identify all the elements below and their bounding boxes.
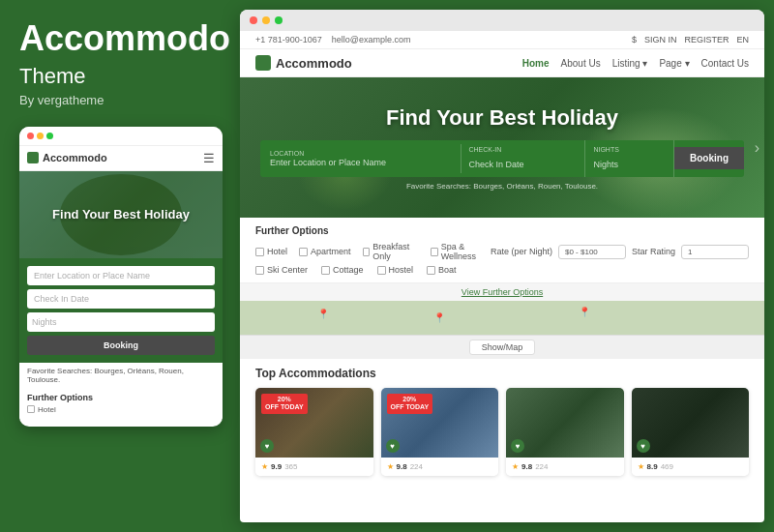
acc-card-1[interactable]: 20%OFF TODAY ♥ ★ 9.9 365 <box>255 388 373 476</box>
checkin-placeholder: Check In Date <box>469 160 524 169</box>
heart-button-1[interactable]: ♥ <box>260 439 274 453</box>
sign-in-link[interactable]: SIGN IN <box>644 35 677 44</box>
hostel-checkbox[interactable] <box>377 266 386 275</box>
star-icon-1: ★ <box>261 462 268 471</box>
star-label: Star Rating <box>632 247 675 256</box>
star-icon-2: ★ <box>387 462 394 471</box>
filter-hostel: Hostel <box>377 265 414 275</box>
topbar-contact: +1 781-900-1067 hello@example.com <box>255 35 411 44</box>
hero-next-arrow[interactable]: › <box>755 139 759 157</box>
accommodations-title: Top Accommodations <box>255 367 749 380</box>
filters-section: Further Options Hotel Apartment Breakfas… <box>240 218 764 283</box>
mobile-minimize-dot <box>37 133 44 139</box>
apartment-checkbox[interactable] <box>299 248 308 256</box>
location-placeholder: Enter Location or Place Name <box>270 158 386 167</box>
rating-value-4: 8.9 <box>647 462 658 471</box>
hero-location-field[interactable]: LOCATION Enter Location or Place Name <box>260 144 461 173</box>
show-map-button[interactable]: Show/Map <box>469 340 536 355</box>
filter-checkboxes-group: Hotel Apartment Breakfast Only Spa & Wel… <box>255 242 491 261</box>
mobile-checkin-input[interactable]: Check In Date <box>27 289 215 309</box>
mobile-favorites-label: Favorite Searches: <box>27 367 92 375</box>
rating-value-3: 9.8 <box>521 462 532 471</box>
mobile-hero: Find Your Best Holiday <box>19 171 223 258</box>
site-logo-text: Accommodo <box>276 56 352 71</box>
browser-minimize-dot[interactable] <box>262 16 270 24</box>
nav-contact[interactable]: Contact Us <box>701 58 749 69</box>
map-pin-2: 📍 <box>433 312 445 323</box>
mobile-nav-bar: Accommodo ☰ <box>19 146 223 171</box>
site-logo-icon <box>255 55 271 71</box>
discount-badge-1: 20%OFF TODAY <box>261 394 308 414</box>
hero-fav-label: Favorite Searches: <box>406 182 471 191</box>
mobile-hotel-checkbox[interactable] <box>27 405 35 413</box>
hero-booking-button[interactable]: Booking <box>674 147 744 169</box>
acc-card-4[interactable]: ♥ ★ 8.9 469 <box>632 388 750 476</box>
breakfast-checkbox[interactable] <box>363 248 371 256</box>
mobile-further-title: Further Options <box>27 393 215 402</box>
show-map-bar: Show/Map <box>240 335 764 359</box>
ski-checkbox[interactable] <box>255 266 264 275</box>
location-label: LOCATION <box>270 150 451 157</box>
nights-label: NIGHTS <box>593 146 666 153</box>
mobile-nights-input[interactable]: Nights <box>27 312 215 332</box>
hamburger-icon[interactable]: ☰ <box>203 151 215 165</box>
mobile-hotel-option: Hotel <box>27 405 215 414</box>
rate-select[interactable]: $0 - $100 <box>558 245 626 259</box>
app-author: By vergatheme <box>19 93 221 107</box>
acc-card-4-image: ♥ <box>632 388 750 458</box>
acc-card-1-rating: ★ 9.9 365 <box>261 462 368 471</box>
hero-search-bar: LOCATION Enter Location or Place Name CH… <box>260 140 744 177</box>
filter-boat: Boat <box>427 265 457 275</box>
star-select[interactable]: 1 <box>681 245 749 259</box>
hero-checkin-field[interactable]: CHECK-IN Check In Date <box>461 140 586 177</box>
mobile-close-dot <box>27 133 34 139</box>
mobile-mockup: Accommodo ☰ Find Your Best Holiday Enter… <box>19 127 223 427</box>
mobile-logo: Accommodo <box>27 152 107 163</box>
mobile-maximize-dot <box>46 133 53 139</box>
rating-count-4: 469 <box>661 462 673 471</box>
heart-button-4[interactable]: ♥ <box>637 439 650 453</box>
mobile-search-form: Enter Location or Place Name Check In Da… <box>19 258 223 363</box>
rating-count-1: 365 <box>284 462 297 471</box>
heart-button-2[interactable]: ♥ <box>386 439 400 453</box>
view-further-button[interactable]: View Further Options <box>461 287 543 297</box>
acc-card-4-body: ★ 8.9 469 <box>632 458 750 476</box>
acc-card-4-rating: ★ 8.9 469 <box>638 462 744 471</box>
heart-button-3[interactable]: ♥ <box>511 439 524 453</box>
boat-label: Boat <box>438 265 457 275</box>
filters-row-2: Ski Center Cottage Hostel Boat <box>255 265 749 275</box>
rate-label: Rate (per Night) <box>491 247 552 256</box>
hero-favorites: Favorite Searches: Bourges, Orléans, Rou… <box>406 182 598 191</box>
spa-checkbox[interactable] <box>431 248 438 256</box>
register-link[interactable]: REGISTER <box>684 35 729 44</box>
mobile-booking-button[interactable]: Booking <box>27 336 215 355</box>
acc-card-1-image: 20%OFF TODAY ♥ <box>255 388 373 458</box>
browser-close-dot[interactable] <box>250 16 257 24</box>
apartment-label: Apartment <box>311 247 351 256</box>
nav-page[interactable]: Page ▾ <box>659 58 689 69</box>
accommodations-grid: 20%OFF TODAY ♥ ★ 9.9 365 20%OFF TODAY ♥ <box>255 388 749 476</box>
nav-about[interactable]: About Us <box>561 58 601 69</box>
acc-card-3[interactable]: ♥ ★ 9.8 224 <box>506 388 624 476</box>
mobile-location-input[interactable]: Enter Location or Place Name <box>27 266 215 285</box>
acc-card-2[interactable]: 20%OFF TODAY ♥ ★ 9.8 224 <box>381 388 499 476</box>
nav-home[interactable]: Home <box>522 58 550 69</box>
acc-card-3-image: ♥ <box>506 388 624 458</box>
browser-maximize-dot[interactable] <box>275 16 283 24</box>
acc-card-1-body: ★ 9.9 365 <box>255 458 373 476</box>
cottage-checkbox[interactable] <box>321 266 330 275</box>
mobile-further-options: Further Options Hotel <box>19 388 223 419</box>
language-selector[interactable]: EN <box>736 35 749 44</box>
mobile-hotel-label: Hotel <box>38 405 56 414</box>
discount-badge-2: 20%OFF TODAY <box>387 394 433 414</box>
mobile-logo-icon <box>27 152 39 163</box>
star-icon-4: ★ <box>638 462 644 471</box>
boat-checkbox[interactable] <box>427 266 435 275</box>
rate-group: Rate (per Night) $0 - $100 Star Rating 1 <box>491 245 749 259</box>
nav-listing[interactable]: Listing ▾ <box>612 58 648 69</box>
hotel-checkbox[interactable] <box>255 248 264 256</box>
hero-title: Find Your Best Holiday <box>386 105 618 131</box>
app-theme: Theme <box>19 64 221 89</box>
currency-selector[interactable]: $ <box>632 35 637 44</box>
hero-nights-field[interactable]: NIGHTS Nights <box>585 140 674 177</box>
